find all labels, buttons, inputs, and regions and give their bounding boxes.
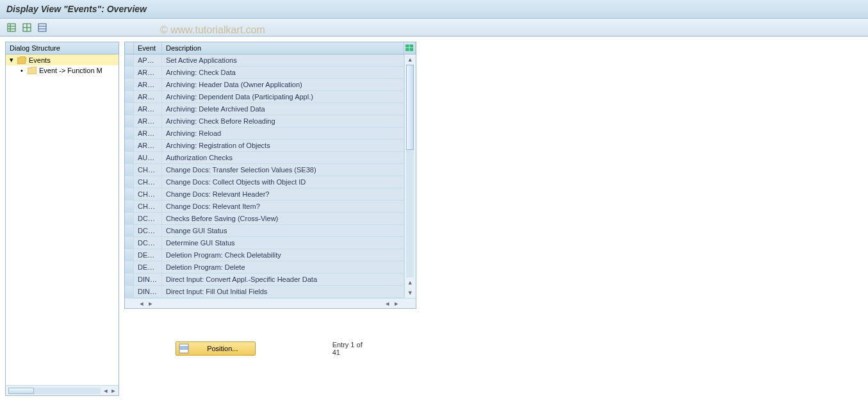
hscroll-left-group: ◄ ► [125,299,270,308]
svg-rect-17 [179,347,188,349]
dialog-structure-header: Dialog Structure [6,42,119,54]
column-header-selector[interactable] [125,42,134,54]
cell-description: Change GUI Status [162,225,404,236]
cell-event: APPLC [134,54,162,66]
row-selector[interactable] [125,127,134,139]
main-area: Dialog Structure ▾ Events • Event -> Fun… [0,37,868,401]
tree-item-event-function[interactable]: • Event -> Function M [6,65,119,76]
hscroll-track[interactable] [8,388,101,394]
table-row[interactable]: ARCHRArchiving: Registration of Objects [125,140,404,152]
dialog-structure-tree: ▾ Events • Event -> Function M [6,54,119,385]
row-selector[interactable] [125,79,134,90]
cell-description: Direct Input: Convert Appl.-Specific Hea… [162,274,404,285]
tree-toggle-icon[interactable]: ▾ [8,56,15,64]
row-selector[interactable] [125,67,134,78]
cell-description: Archiving: Registration of Objects [162,140,404,151]
svg-rect-13 [409,48,413,51]
row-selector[interactable] [125,201,134,212]
table-row[interactable]: ARCH5Archiving: Check Before Reloading [125,115,404,127]
table-row[interactable]: DCUADDetermine GUI Status [125,237,404,249]
row-selector[interactable] [125,225,134,236]
table-row[interactable]: DCHCKChecks Before Saving (Cross-View) [125,213,404,225]
row-selector[interactable] [125,213,134,224]
cell-event: ARCH5 [134,115,162,127]
table-vscroll[interactable]: ▲ ▲ ▼ [404,54,416,298]
title-bar: Display View "Events": Overview [0,0,868,19]
footer-row: Position... Entry 1 of 41 [124,341,416,356]
table-row[interactable]: DINP0Direct Input: Convert Appl.-Specifi… [125,274,404,286]
table-settings-icon [405,44,414,52]
scroll-left-icon[interactable]: ◄ [138,300,145,308]
row-selector[interactable] [125,249,134,261]
tree-bullet-icon: • [19,67,25,74]
cell-event: ARCH2 [134,79,162,90]
toolbar-btn-1[interactable] [5,21,18,34]
dialog-structure-hscroll[interactable]: ◄ ► [6,385,119,395]
column-header-description[interactable]: Description [162,42,404,54]
table-row[interactable]: CHGD4Change Docs: Relevant Item? [125,201,404,213]
grid-green-icon [7,23,16,32]
toolbar-btn-3[interactable] [36,21,49,34]
row-selector[interactable] [125,115,134,127]
toolbar-btn-2[interactable] [20,21,33,34]
cell-description: Checks Before Saving (Cross-View) [162,213,404,224]
cell-event: DELE2 [134,261,162,273]
folder-closed-icon [28,67,37,74]
row-selector[interactable] [125,164,134,176]
position-icon [179,343,189,354]
cell-event: CHGD1 [134,164,162,176]
row-selector[interactable] [125,103,134,115]
row-selector[interactable] [125,54,134,66]
scroll-right-icon[interactable]: ► [110,387,117,395]
row-selector[interactable] [125,152,134,163]
cell-event: AUTH1 [134,152,162,163]
table-settings-button[interactable] [404,42,416,54]
cell-description: Deletion Program: Check Deletability [162,249,404,261]
table-row[interactable]: ARCH2Archiving: Header Data (Owner Appli… [125,79,404,91]
row-selector[interactable] [125,91,134,103]
hscroll-thumb[interactable] [8,388,34,394]
table-row[interactable]: CHGD2Change Docs: Collect Objects with O… [125,176,404,188]
scroll-left-icon[interactable]: ◄ [102,387,110,395]
vscroll-thumb[interactable] [406,65,414,150]
table-row[interactable]: ARCH3Archiving: Dependent Data (Particip… [125,91,404,103]
scroll-right-icon[interactable]: ► [393,300,400,308]
table-row[interactable]: DELE1Deletion Program: Check Deletabilit… [125,249,404,261]
scroll-left-icon[interactable]: ◄ [384,300,391,308]
folder-open-icon [17,56,26,64]
position-button-label: Position... [193,345,252,352]
cell-event: CHGD2 [134,176,162,188]
table-row[interactable]: AUTH1Authorization Checks [125,152,404,164]
cell-description: Archiving: Check Before Reloading [162,115,404,127]
table-row[interactable]: ARCH1Archiving: Check Data [125,67,404,79]
table-row[interactable]: DINP1Direct Input: Fill Out Initial Fiel… [125,286,404,298]
scroll-up2-icon[interactable]: ▲ [405,277,416,288]
table-row[interactable]: APPLCSet Active Applications [125,54,404,67]
column-header-event[interactable]: Event [134,42,162,54]
table-row[interactable]: ARCH6Archiving: Reload [125,127,404,140]
position-button[interactable]: Position... [176,341,256,356]
grid-green2-icon [22,23,31,32]
row-selector[interactable] [125,176,134,188]
scroll-right-icon[interactable]: ► [147,300,154,308]
cell-event: DCHCK [134,213,162,224]
cell-event: DINP0 [134,274,162,285]
row-selector[interactable] [125,188,134,200]
vscroll-track[interactable] [406,65,414,277]
scroll-down-icon[interactable]: ▼ [405,288,416,298]
row-selector[interactable] [125,286,134,297]
table-row[interactable]: CHGD3Change Docs: Relevant Header? [125,188,404,201]
row-selector[interactable] [125,274,134,285]
table-row[interactable]: DCUACChange GUI Status [125,225,404,237]
table-row[interactable]: ARCH4Archiving: Delete Archived Data [125,103,404,115]
scroll-up-icon[interactable]: ▲ [405,54,416,65]
table-body: APPLCSet Active ApplicationsARCH1Archivi… [125,54,404,298]
grid-blue-icon [38,23,47,32]
row-selector[interactable] [125,140,134,151]
table-row[interactable]: CHGD1Change Docs: Transfer Selection Val… [125,164,404,176]
table-row[interactable]: DELE2Deletion Program: Delete [125,261,404,274]
tree-item-events[interactable]: ▾ Events [6,54,119,65]
row-selector[interactable] [125,237,134,249]
row-selector[interactable] [125,261,134,273]
cell-description: Authorization Checks [162,152,404,163]
